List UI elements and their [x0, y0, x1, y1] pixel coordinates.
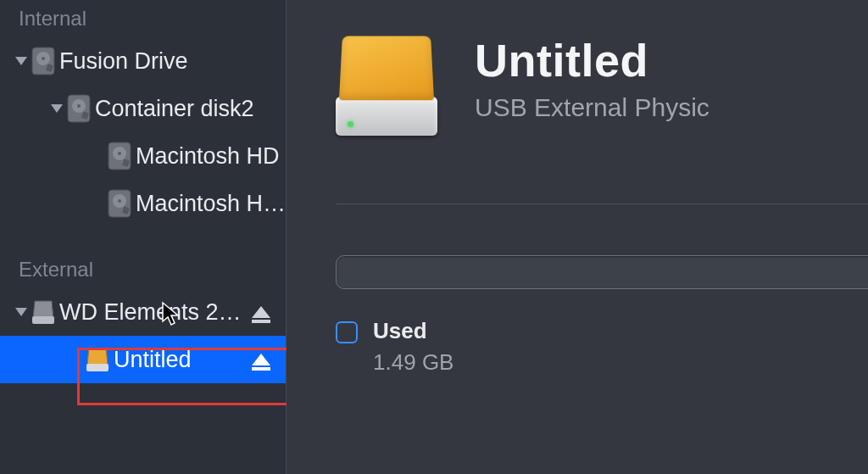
section-heading-internal: Internal	[0, 5, 286, 37]
chevron-down-icon[interactable]	[51, 104, 63, 113]
hdd-icon	[27, 46, 59, 76]
hdd-icon	[103, 188, 136, 219]
sidebar-item-macintosh-hd[interactable]: Macintosh HD	[0, 132, 286, 180]
svg-point-14	[118, 199, 121, 203]
svg-rect-17	[86, 364, 108, 371]
sidebar-item-label: Macintosh HD	[136, 143, 286, 170]
sidebar-item-fusion-drive[interactable]: Fusion Drive	[0, 37, 286, 85]
sidebar-item-label: Container disk2	[95, 96, 286, 122]
volume-title: Untitled	[475, 34, 709, 86]
volume-subtitle: USB External Physic	[475, 93, 709, 122]
used-value: 1.49 GB	[373, 349, 453, 376]
sidebar-item-macintosh-hd-data[interactable]: Macintosh H…	[0, 180, 286, 227]
detail-pane: Untitled USB External Physic Used 1.49 G…	[287, 0, 868, 474]
usage-bar	[336, 255, 868, 289]
svg-point-6	[77, 104, 81, 108]
svg-rect-16	[32, 316, 54, 324]
used-label: Used	[373, 318, 453, 344]
sidebar-item-container-disk2[interactable]: Container disk2	[0, 85, 286, 132]
svg-point-2	[42, 57, 45, 60]
divider	[336, 204, 868, 204]
section-heading-external: External	[0, 256, 286, 288]
sidebar-item-label: Macintosh H…	[136, 191, 286, 217]
chevron-down-icon[interactable]	[15, 308, 27, 316]
hdd-icon	[63, 93, 95, 124]
external-disk-icon	[27, 298, 59, 326]
external-disk-icon	[81, 345, 114, 374]
sidebar-item-label: Fusion Drive	[59, 48, 286, 75]
volume-icon	[336, 34, 437, 136]
sidebar-item-untitled[interactable]: Untitled	[0, 336, 286, 383]
hdd-icon	[103, 141, 136, 171]
sidebar: Internal Fusion Drive	[0, 0, 287, 474]
used-swatch	[336, 321, 358, 343]
sidebar-item-label: WD Elements 2…	[59, 299, 254, 326]
chevron-down-icon[interactable]	[15, 57, 27, 65]
eject-icon[interactable]	[252, 354, 270, 365]
sidebar-item-wd-elements[interactable]: WD Elements 2…	[0, 288, 286, 336]
svg-point-10	[118, 152, 121, 155]
eject-icon[interactable]	[252, 306, 270, 318]
usage-legend: Used 1.49 GB	[336, 318, 868, 376]
